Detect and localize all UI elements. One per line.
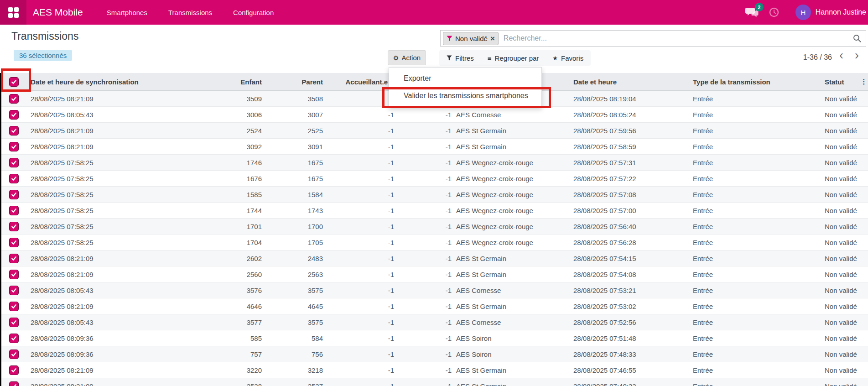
cell-datetime[interactable]: 28/08/2025 07:48:33 xyxy=(569,350,689,358)
cell-type[interactable]: Entrée xyxy=(689,382,821,386)
table-row[interactable]: 28/08/2025 07:58:2517041705-1-1AES Wegne… xyxy=(0,235,868,250)
cell-enfant[interactable]: 3509 xyxy=(214,95,265,103)
cell-accueillant[interactable]: -1 xyxy=(326,271,397,278)
cell-statut[interactable]: Non validé xyxy=(821,175,860,183)
row-checkbox[interactable] xyxy=(9,206,19,215)
select-all-cell[interactable] xyxy=(0,77,26,87)
row-select-cell[interactable] xyxy=(0,222,26,231)
messages-button[interactable]: 2 xyxy=(745,6,759,18)
cell-hidden[interactable]: -1 xyxy=(397,223,454,230)
cell-statut[interactable]: Non validé xyxy=(821,95,860,103)
cell-parent[interactable]: 3575 xyxy=(265,318,326,326)
cell-accueillant[interactable]: -1 xyxy=(326,287,397,294)
cell-site[interactable]: AES Wegnez-croix-rouge xyxy=(454,175,569,183)
filters-button[interactable]: Filtres xyxy=(447,54,474,62)
row-checkbox[interactable] xyxy=(9,158,19,167)
cell-datetime[interactable]: 28/08/2025 07:51:48 xyxy=(569,334,689,342)
cell-parent[interactable]: 756 xyxy=(265,350,326,358)
row-select-cell[interactable] xyxy=(0,94,26,104)
table-row[interactable]: 28/08/2025 08:21:0925242525-1-1AES St Ge… xyxy=(0,123,868,139)
cell-sync-date[interactable]: 28/08/2025 08:21:09 xyxy=(26,127,214,135)
cell-parent[interactable]: 2537 xyxy=(265,382,326,386)
cell-site[interactable]: AES Soiron xyxy=(454,334,569,342)
column-header-accueillant[interactable]: Accueillant.e xyxy=(326,78,397,86)
cell-datetime[interactable]: 28/08/2025 07:57:08 xyxy=(569,191,689,198)
cell-sync-date[interactable]: 28/08/2025 07:58:25 xyxy=(26,207,214,214)
cell-hidden[interactable]: -1 xyxy=(397,255,454,262)
row-select-cell[interactable] xyxy=(0,286,26,295)
table-row[interactable]: 28/08/2025 07:58:2515851584-1-1AES Wegne… xyxy=(0,187,868,203)
cell-parent[interactable]: 1675 xyxy=(265,175,326,183)
cell-type[interactable]: Entrée xyxy=(689,159,821,167)
cell-hidden[interactable]: -1 xyxy=(397,239,454,246)
cell-hidden[interactable]: -1 xyxy=(397,127,454,135)
cell-site[interactable]: AES St Germain xyxy=(454,303,569,310)
cell-sync-date[interactable]: 28/08/2025 08:21:09 xyxy=(26,366,214,374)
row-checkbox[interactable] xyxy=(9,174,19,183)
cell-parent[interactable]: 1700 xyxy=(265,223,326,230)
cell-accueillant[interactable]: -1 xyxy=(326,127,397,135)
cell-site[interactable]: AES Wegnez-croix-rouge xyxy=(454,191,569,198)
cell-accueillant[interactable]: -1 xyxy=(326,239,397,246)
cell-statut[interactable]: Non validé xyxy=(821,287,860,294)
cell-sync-date[interactable]: 28/08/2025 08:21:09 xyxy=(26,143,214,151)
filter-chip[interactable]: Non validé × xyxy=(443,32,499,45)
row-checkbox[interactable] xyxy=(9,110,19,120)
cell-enfant[interactable]: 1744 xyxy=(214,207,265,214)
row-select-cell[interactable] xyxy=(0,381,26,386)
menu-item-valider-transmissions[interactable]: Valider les transmissions smartphones xyxy=(389,87,541,104)
cell-hidden[interactable]: -1 xyxy=(397,350,454,358)
row-checkbox[interactable] xyxy=(9,94,19,104)
cell-site[interactable]: AES Cornesse xyxy=(454,318,569,326)
cell-hidden[interactable]: -1 xyxy=(397,366,454,374)
cell-accueillant[interactable]: -1 xyxy=(326,223,397,230)
cell-accueillant[interactable]: -1 xyxy=(326,382,397,386)
cell-enfant[interactable]: 757 xyxy=(214,350,265,358)
table-row[interactable]: 28/08/2025 08:21:0930923091-1-1AES St Ge… xyxy=(0,139,868,155)
cell-type[interactable]: Entrée xyxy=(689,191,821,198)
cell-statut[interactable]: Non validé xyxy=(821,143,860,151)
table-row[interactable]: 28/08/2025 08:09:36757756-1-1AES Soiron2… xyxy=(0,346,868,362)
cell-sync-date[interactable]: 28/08/2025 08:21:09 xyxy=(26,255,214,262)
row-select-cell[interactable] xyxy=(0,142,26,151)
row-select-cell[interactable] xyxy=(0,365,26,375)
cell-type[interactable]: Entrée xyxy=(689,271,821,278)
cell-site[interactable]: AES Wegnez-croix-rouge xyxy=(454,207,569,214)
row-checkbox[interactable] xyxy=(9,238,19,247)
cell-parent[interactable]: 1584 xyxy=(265,191,326,198)
search-input[interactable] xyxy=(503,34,853,43)
cell-enfant[interactable]: 1585 xyxy=(214,191,265,198)
cell-hidden[interactable]: -1 xyxy=(397,207,454,214)
cell-enfant[interactable]: 1676 xyxy=(214,175,265,183)
cell-hidden[interactable]: -1 xyxy=(397,159,454,167)
cell-parent[interactable]: 3091 xyxy=(265,143,326,151)
cell-enfant[interactable]: 585 xyxy=(214,334,265,342)
cell-statut[interactable]: Non validé xyxy=(821,255,860,262)
cell-enfant[interactable]: 1704 xyxy=(214,239,265,246)
cell-accueillant[interactable]: -1 xyxy=(326,350,397,358)
cell-enfant[interactable]: 4646 xyxy=(214,303,265,310)
cell-sync-date[interactable]: 28/08/2025 08:09:36 xyxy=(26,350,214,358)
cell-statut[interactable]: Non validé xyxy=(821,191,860,198)
row-select-cell[interactable] xyxy=(0,126,26,136)
row-checkbox[interactable] xyxy=(9,365,19,375)
cell-enfant[interactable]: 3577 xyxy=(214,318,265,326)
cell-datetime[interactable]: 28/08/2025 07:53:02 xyxy=(569,303,689,310)
cell-sync-date[interactable]: 28/08/2025 08:05:43 xyxy=(26,111,214,119)
cell-datetime[interactable]: 28/08/2025 07:59:56 xyxy=(569,127,689,135)
row-select-cell[interactable] xyxy=(0,318,26,327)
cell-hidden[interactable]: -1 xyxy=(397,143,454,151)
row-checkbox[interactable] xyxy=(9,381,19,386)
cell-parent[interactable]: 2525 xyxy=(265,127,326,135)
column-header-sync-date[interactable]: Date et heure de synchronisation xyxy=(26,78,214,86)
cell-datetime[interactable]: 28/08/2025 07:40:33 xyxy=(569,382,689,386)
cell-type[interactable]: Entrée xyxy=(689,143,821,151)
table-row[interactable]: 28/08/2025 08:21:0932203218-1-1AES St Ge… xyxy=(0,362,868,378)
cell-accueillant[interactable]: -1 xyxy=(326,207,397,214)
table-row[interactable]: 28/08/2025 07:58:2516761675-1-1AES Wegne… xyxy=(0,171,868,187)
cell-type[interactable]: Entrée xyxy=(689,287,821,294)
cell-statut[interactable]: Non validé xyxy=(821,239,860,246)
cell-datetime[interactable]: 28/08/2025 07:46:55 xyxy=(569,366,689,374)
avatar[interactable]: H xyxy=(795,5,811,20)
row-checkbox[interactable] xyxy=(9,286,19,295)
